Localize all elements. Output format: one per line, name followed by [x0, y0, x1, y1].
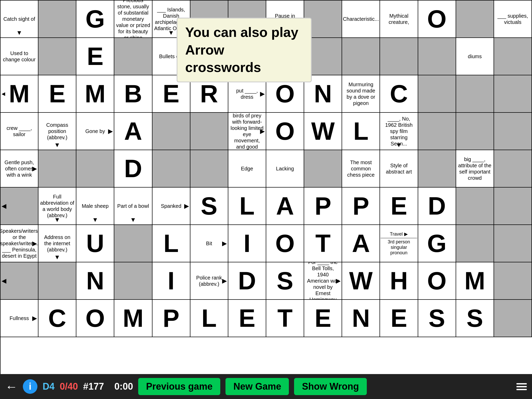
cell-r3-c9[interactable]: L [342, 113, 380, 150]
cell-r2-c0[interactable]: M ◀ [1, 75, 38, 113]
score-label: 0/40 [60, 381, 78, 392]
cell-r5-c10[interactable]: E [380, 188, 418, 225]
cell-r7-c3 [114, 262, 152, 300]
cell-r3-c10: ____, No, 1962 British spy film starring… [380, 113, 418, 150]
cell-r3-c7[interactable]: O [266, 113, 304, 150]
menu-line-1 [516, 383, 527, 384]
cell-r6-c13 [494, 225, 532, 262]
cell-r3-c1: Compass position (abbrev.) ▼ [38, 113, 76, 150]
new-game-button[interactable]: New Game [225, 378, 289, 395]
cell-r3-c8[interactable]: W [304, 113, 342, 150]
cell-r8-c4[interactable]: P [152, 300, 190, 337]
cell-r4-c10: Style of abstract art [380, 150, 418, 188]
cell-r8-c12[interactable]: S [456, 300, 494, 337]
cell-r7-c8: For ____ the Bell Tolls, 1940 American w… [304, 262, 342, 300]
cell-r5-c11[interactable]: D [418, 188, 456, 225]
cell-r7-c9[interactable]: W [342, 262, 380, 300]
cell-r1-c2[interactable]: E [76, 38, 114, 75]
cell-r2-c13 [494, 75, 532, 113]
cell-r8-c10[interactable]: E [380, 300, 418, 337]
cell-r8-c2[interactable]: O [76, 300, 114, 337]
previous-game-button[interactable]: Previous game [138, 378, 220, 395]
toolbar: ← i D4 0/40 #177 0:00 Previous game New … [0, 374, 532, 399]
cell-r6-c7[interactable]: O [266, 225, 304, 262]
menu-line-2 [516, 386, 527, 387]
cell-r3-c5 [190, 113, 228, 150]
cell-r2-c1[interactable]: E [38, 75, 76, 113]
cell-r5-c6[interactable]: L [228, 188, 266, 225]
cell-r2-c11 [418, 75, 456, 113]
cell-r3-c3[interactable]: A [114, 113, 152, 150]
cell-r0-c1 [38, 1, 76, 38]
cell-r7-c11[interactable]: O [418, 262, 456, 300]
cell-r6-c5: Bit ▶ [190, 225, 228, 262]
cell-r4-c12: big ____, attribute of the self importan… [456, 150, 494, 188]
cell-r6-c9[interactable]: A [342, 225, 380, 262]
cell-r6-c3 [114, 225, 152, 262]
menu-line-3 [516, 389, 527, 390]
cell-r8-c6[interactable]: E [228, 300, 266, 337]
cell-r5-c13 [494, 188, 532, 225]
cell-r4-c11 [418, 150, 456, 188]
cell-r6-c6[interactable]: I [228, 225, 266, 262]
cell-r5-c8[interactable]: P [304, 188, 342, 225]
cell-r2-c9: Murmuring sound made by a dove or pigeon [342, 75, 380, 113]
cell-r1-c11 [418, 38, 456, 75]
cell-r1-c3 [114, 38, 152, 75]
crossword-container: Catch sight of ▼ G Precious stone, usual… [0, 0, 532, 374]
cell-r6-c1: Address on the internet (abbrev.) ▼ [38, 225, 76, 262]
cell-r7-c2[interactable]: N [76, 262, 114, 300]
cell-r5-c5[interactable]: S [190, 188, 228, 225]
cell-r8-c7[interactable]: T [266, 300, 304, 337]
show-wrong-button[interactable]: Show Wrong [294, 378, 367, 395]
back-button[interactable]: ← [5, 380, 18, 394]
cell-r8-c1[interactable]: C [38, 300, 76, 337]
cell-r4-c1 [38, 150, 76, 188]
cell-r7-c7[interactable]: S [266, 262, 304, 300]
tooltip-text: You can also play Arrow crosswords [185, 25, 298, 75]
cell-r0-c11[interactable]: O [418, 1, 456, 38]
cell-r2-c10[interactable]: C [380, 75, 418, 113]
cell-r2-c12 [456, 75, 494, 113]
cell-r8-c9[interactable]: N [342, 300, 380, 337]
cell-r8-c5[interactable]: L [190, 300, 228, 337]
difficulty-label: D4 [43, 381, 55, 392]
cell-r1-c10 [380, 38, 418, 75]
cell-r4-c5 [190, 150, 228, 188]
cell-r0-c12 [456, 1, 494, 38]
menu-button[interactable] [516, 383, 527, 390]
cell-r4-c8 [304, 150, 342, 188]
cell-r6-c4[interactable]: L [152, 225, 190, 262]
cell-r1-c13 [494, 38, 532, 75]
cell-r4-c4 [152, 150, 190, 188]
cell-r6-c2[interactable]: U [76, 225, 114, 262]
cell-r0-c2[interactable]: G [76, 1, 114, 38]
cell-r4-c3[interactable]: D [114, 150, 152, 188]
cell-r5-c9[interactable]: P [342, 188, 380, 225]
cell-r8-c8[interactable]: E [304, 300, 342, 337]
cell-r5-c0: ◀ [1, 188, 38, 225]
cell-r3-c13 [494, 113, 532, 150]
cell-r3-c12 [456, 113, 494, 150]
cell-r7-c10[interactable]: H [380, 262, 418, 300]
info-button[interactable]: i [23, 379, 37, 394]
cell-r6-c11[interactable]: G [418, 225, 456, 262]
cell-r7-c4[interactable]: I [152, 262, 190, 300]
cell-r0-c10: Mythical creature, [380, 1, 418, 38]
cell-r1-c1 [38, 38, 76, 75]
cell-r3-c4 [152, 113, 190, 150]
cell-r5-c7[interactable]: A [266, 188, 304, 225]
cell-r0-c3: Precious stone, usually of substantial m… [114, 1, 152, 38]
cell-r2-c2[interactable]: M [76, 75, 114, 113]
cell-r7-c6[interactable]: D [228, 262, 266, 300]
cell-r8-c0: Fullness ▶ [1, 300, 38, 337]
cell-r6-c8[interactable]: T [304, 225, 342, 262]
cell-r7-c1 [38, 262, 76, 300]
cell-r3-c6: Nocturnal birds of prey with forward-loo… [228, 113, 266, 150]
cell-r8-c3[interactable]: M [114, 300, 152, 337]
cell-r2-c3[interactable]: B [114, 75, 152, 113]
cell-r7-c12[interactable]: M [456, 262, 494, 300]
cell-r8-c13 [494, 300, 532, 337]
cell-r8-c11[interactable]: S [418, 300, 456, 337]
cell-r6-c0: Speakers/writers, or the speaker/writer … [1, 225, 38, 262]
